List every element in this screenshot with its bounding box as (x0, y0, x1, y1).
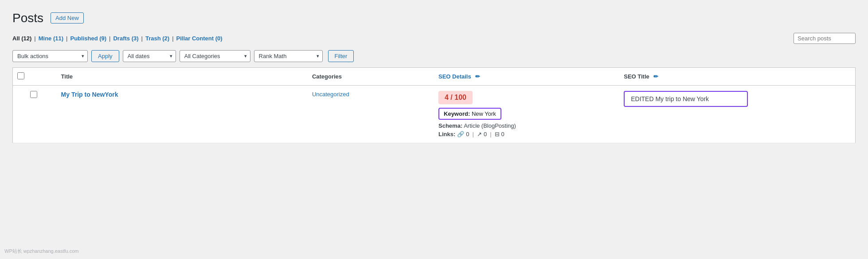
nav-all-link[interactable]: All (12) (12, 35, 31, 42)
sep-4: | (139, 35, 145, 42)
col-header-seo-title: SEO Title ✏ (619, 67, 855, 85)
schema-line: Schema: Article (BlogPosting) (438, 122, 615, 129)
nav-trash-link[interactable]: Trash (2) (145, 35, 169, 42)
post-title-link[interactable]: My Trip to NewYork (61, 91, 118, 98)
page-title: Posts (12, 11, 43, 26)
link-internal-count: 0 (466, 131, 469, 137)
search-input[interactable] (794, 33, 856, 44)
bulk-actions-wrapper: Bulk actions ▾ (12, 50, 88, 62)
row-checkbox[interactable] (30, 91, 37, 98)
sep-5: | (169, 35, 176, 42)
seo-details-edit-icon[interactable]: ✏ (475, 73, 480, 80)
row-check-cell[interactable] (13, 85, 55, 143)
nav-published-link[interactable]: Published (9) (70, 35, 106, 42)
seo-title-header-label: SEO Title (624, 73, 649, 80)
keyword-label: Keyword: (444, 110, 470, 117)
nav-drafts[interactable]: Drafts (3) (113, 35, 138, 42)
table-head: Title Categories SEO Details ✏ SEO Title… (13, 67, 856, 85)
col-header-categories: Categories (308, 67, 434, 85)
seo-details-header-label: SEO Details (438, 73, 471, 80)
categories-select[interactable]: All Categories (180, 50, 250, 62)
row-categories-cell: Uncategorized (308, 85, 434, 143)
nav-mine[interactable]: Mine (11) (39, 35, 63, 42)
links-sep-1: | (471, 131, 475, 137)
nav-pillar-link[interactable]: Pillar Content (0) (176, 35, 223, 42)
dates-select[interactable]: All dates (123, 50, 176, 62)
filter-button[interactable]: Filter (328, 50, 354, 62)
dates-wrapper: All dates ▾ (123, 50, 176, 62)
categories-header-label: Categories (312, 73, 342, 80)
table-body: My Trip to NewYork Uncategorized 4 / 100… (13, 85, 856, 143)
seo-score-badge: 4 / 100 (438, 91, 473, 104)
check-all-col[interactable] (13, 67, 55, 85)
rankmath-select[interactable]: Rank Math (254, 50, 323, 62)
watermark: WP站长 wpzhanzhang.eastfu.com (4, 248, 79, 255)
schema-label: Schema: (438, 122, 462, 129)
link-icon: 🔗 (457, 131, 464, 137)
link-images-count: 0 (501, 131, 504, 137)
nav-drafts-link[interactable]: Drafts (3) (113, 35, 138, 42)
category-link[interactable]: Uncategorized (312, 91, 349, 98)
nav-trash[interactable]: Trash (2) (145, 35, 169, 42)
title-header-label: Title (61, 73, 73, 80)
search-box[interactable] (794, 33, 856, 44)
keyword-box: Keyword: New York (438, 108, 501, 120)
table-header-row: Title Categories SEO Details ✏ SEO Title… (13, 67, 856, 85)
col-header-seo-details: SEO Details ✏ (434, 67, 619, 85)
add-new-button[interactable]: Add New (51, 12, 84, 24)
nav-mine-link[interactable]: Mine (11) (39, 35, 63, 42)
links-line: Links: 🔗 0 | ↗ 0 | ⊟ 0 (438, 131, 615, 137)
col-header-title: Title (55, 67, 308, 85)
keyword-value: New York (472, 110, 496, 117)
links-label: Links: (438, 131, 455, 137)
rankmath-wrapper: Rank Math ▾ (254, 50, 323, 62)
page-header: Posts Add New (12, 11, 856, 26)
row-title-cell: My Trip to NewYork (55, 85, 308, 143)
links-sep-2: | (489, 131, 493, 137)
table-row: My Trip to NewYork Uncategorized 4 / 100… (13, 85, 856, 143)
posts-table: Title Categories SEO Details ✏ SEO Title… (12, 67, 856, 143)
image-link-icon: ⊟ (495, 131, 500, 137)
post-status-nav: All (12) | Mine (11) | Published (9) | D… (12, 33, 856, 44)
seo-title-edit-icon[interactable]: ✏ (653, 73, 658, 80)
sep-3: | (106, 35, 113, 42)
sep-2: | (63, 35, 70, 42)
row-seo-title-cell: EDITED My trip to New York (619, 85, 855, 143)
schema-value: Article (BlogPosting) (464, 122, 516, 129)
apply-button[interactable]: Apply (91, 50, 119, 62)
bulk-actions-select[interactable]: Bulk actions (12, 50, 88, 62)
nav-published[interactable]: Published (9) (70, 35, 106, 42)
tablenav: Bulk actions ▾ Apply All dates ▾ All Cat… (12, 50, 856, 62)
link-external-count: 0 (484, 131, 487, 137)
categories-wrapper: All Categories ▾ (180, 50, 250, 62)
external-icon: ↗ (477, 131, 482, 137)
seo-title-value: EDITED My trip to New York (631, 95, 709, 102)
seo-title-box[interactable]: EDITED My trip to New York (624, 91, 748, 107)
check-all-checkbox[interactable] (17, 72, 24, 79)
row-seo-details-cell: 4 / 100 Keyword: New York Schema: Articl… (434, 85, 619, 143)
nav-all[interactable]: All (12) (12, 35, 31, 42)
nav-pillar[interactable]: Pillar Content (0) (176, 35, 223, 42)
sep-1: | (31, 35, 38, 42)
